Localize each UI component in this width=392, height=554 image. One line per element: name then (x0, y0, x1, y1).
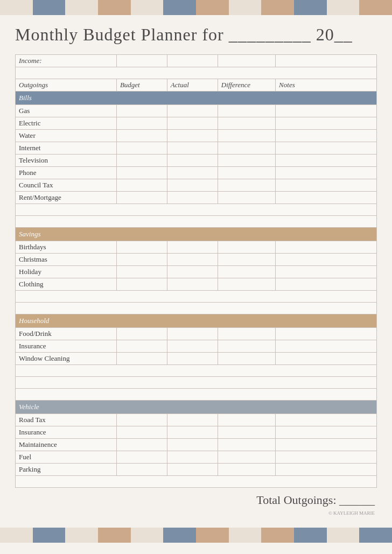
total-outgoings-footer: Total Outgoings: ______ (15, 488, 377, 510)
table-row: Road Tax (16, 414, 377, 426)
table-row: Holiday (16, 266, 377, 278)
section-bills-label: Bills (16, 92, 377, 105)
table-row: Phone (16, 167, 377, 179)
spacer-row-2 (16, 204, 377, 216)
col-actual: Actual (167, 79, 218, 92)
income-diff (218, 55, 275, 67)
table-row: Council Tax (16, 179, 377, 192)
income-budget (116, 55, 167, 67)
bottom-deco-strip (0, 528, 392, 543)
table-row: Water (16, 130, 377, 142)
spacer-row-7 (16, 377, 377, 389)
table-row: Insurance (16, 340, 377, 353)
section-vehicle-label: Vehicle (16, 401, 377, 414)
spacer-row-5 (16, 303, 377, 314)
copyright-label: © KAYLEIGH MARIE (15, 510, 377, 516)
income-row: Income: (16, 55, 377, 67)
income-actual (167, 55, 218, 67)
section-household: Household (16, 314, 377, 328)
total-outgoings-label: Total Outgoings: ______ (256, 493, 375, 507)
table-row: Internet (16, 142, 377, 155)
col-difference: Difference (218, 79, 275, 92)
section-savings: Savings (16, 228, 377, 241)
section-vehicle: Vehicle (16, 401, 377, 414)
table-row: Maintainence (16, 439, 377, 451)
budget-table: Income: Outgoings Budget Actual Differen… (15, 54, 377, 488)
income-label: Income: (16, 55, 117, 67)
column-header-row: Outgoings Budget Actual Difference Notes (16, 79, 377, 92)
table-row: Clothing (16, 278, 377, 291)
section-household-label: Household (16, 314, 377, 328)
col-outgoings: Outgoings (16, 79, 117, 92)
page-title: Monthly Budget Planner for _________ 20_… (15, 25, 377, 45)
table-row: Window Cleaning (16, 353, 377, 365)
spacer-row-3 (16, 216, 377, 228)
spacer-row-1 (16, 67, 377, 79)
income-notes (276, 55, 377, 67)
col-budget: Budget (116, 79, 167, 92)
section-bills: Bills (16, 92, 377, 105)
table-row: Parking (16, 464, 377, 476)
top-deco-strip (0, 0, 392, 15)
spacer-row-6 (16, 365, 377, 377)
spacer-row-8 (16, 389, 377, 401)
table-row: Gas (16, 105, 377, 117)
table-row: Fuel (16, 451, 377, 464)
table-row: Birthdays (16, 241, 377, 254)
table-row: Electric (16, 117, 377, 130)
col-notes: Notes (276, 79, 377, 92)
spacer-row-final (16, 476, 377, 488)
table-row: Food/Drink (16, 328, 377, 340)
table-row: Television (16, 155, 377, 167)
spacer-row-4 (16, 291, 377, 303)
section-savings-label: Savings (16, 228, 377, 241)
table-row: Rent/Mortgage (16, 192, 377, 204)
table-row: Christmas (16, 254, 377, 266)
table-row: Insurance (16, 426, 377, 439)
